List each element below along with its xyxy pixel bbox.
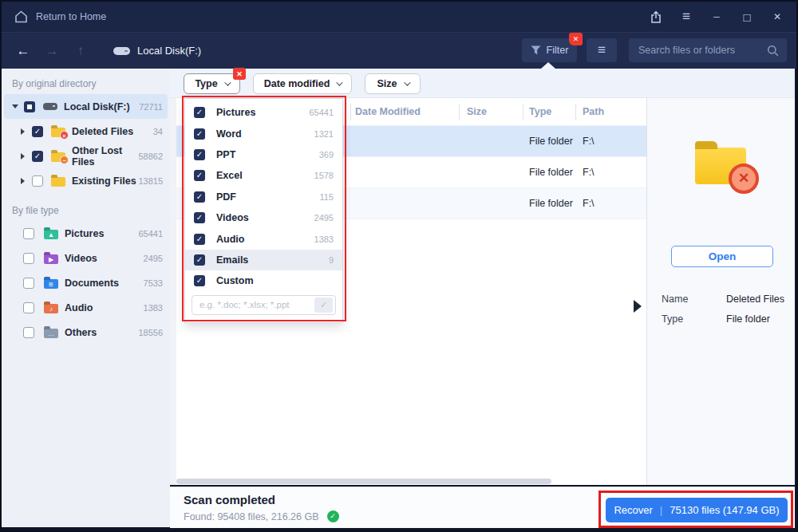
forward-button[interactable]: → xyxy=(40,39,64,63)
status-bar: Scan completed Found: 95408 files, 216.2… xyxy=(170,487,795,528)
dropdown-item-word[interactable]: Word 1321 xyxy=(185,123,342,144)
recover-button[interactable]: Recover | 75130 files (147.94 GB) xyxy=(606,498,788,522)
view-menu-button[interactable] xyxy=(587,38,617,62)
videos-folder-icon xyxy=(44,254,58,264)
search-input[interactable] xyxy=(638,45,767,56)
dropdown-checkbox[interactable] xyxy=(194,170,205,181)
collapse-caret-icon[interactable] xyxy=(21,128,25,135)
close-icon[interactable] xyxy=(771,10,784,23)
item-count: 72711 xyxy=(139,102,163,112)
dropdown-checkbox[interactable] xyxy=(194,128,205,140)
horizontal-scrollbar-thumb[interactable] xyxy=(176,479,551,484)
documents-folder-icon xyxy=(44,279,58,289)
dropdown-item-audio[interactable]: Audio 1383 xyxy=(185,228,342,249)
column-date-modified[interactable]: Date Modified xyxy=(355,106,421,117)
deleted-folder-preview-icon xyxy=(695,148,746,184)
expand-caret-icon[interactable] xyxy=(12,104,18,108)
tree-item-existing-files[interactable]: Existing Files 13815 xyxy=(2,168,170,193)
type-checkbox-documents[interactable] xyxy=(23,278,34,289)
minimize-icon[interactable] xyxy=(710,10,723,23)
chevron-down-icon xyxy=(336,79,342,85)
app-menu-icon[interactable] xyxy=(680,10,693,23)
date-filter-button[interactable]: Date modified xyxy=(253,73,352,94)
dropdown-item-excel[interactable]: Excel 1578 xyxy=(185,165,342,186)
maximize-icon[interactable] xyxy=(741,10,753,23)
details-panel: Open Name Deleted Files Type File folder xyxy=(647,98,795,485)
type-item-documents[interactable]: Documents 7533 xyxy=(2,270,170,295)
funnel-icon xyxy=(531,45,541,56)
dropdown-item-emails[interactable]: Emails 9 xyxy=(185,250,342,270)
type-checkbox-audio[interactable] xyxy=(23,302,34,313)
dropdown-checkbox[interactable] xyxy=(194,191,205,203)
deleted-folder-icon xyxy=(51,128,65,137)
dropdown-item-ppt[interactable]: PPT 369 xyxy=(185,144,342,165)
dropdown-item-videos[interactable]: Videos 2495 xyxy=(185,207,342,228)
others-folder-icon xyxy=(44,329,58,338)
item-count: 65441 xyxy=(138,229,163,238)
tree-checkbox-other-lost-files[interactable] xyxy=(32,151,43,162)
collapse-caret-icon[interactable] xyxy=(21,178,25,184)
column-size[interactable]: Size xyxy=(467,106,487,117)
scan-status-title: Scan completed xyxy=(184,493,275,506)
dropdown-checkbox[interactable] xyxy=(194,275,205,286)
dropdown-checkbox[interactable] xyxy=(194,107,205,118)
pictures-folder-icon xyxy=(44,230,58,239)
dropdown-checkbox[interactable] xyxy=(194,149,205,160)
search-box[interactable] xyxy=(629,38,787,62)
back-button[interactable]: ← xyxy=(11,39,35,63)
delete-badge-icon xyxy=(729,164,759,194)
filter-button[interactable]: Filter xyxy=(522,38,577,62)
filter-popup-caret xyxy=(541,62,555,69)
collapse-caret-icon[interactable] xyxy=(21,153,25,160)
column-path[interactable]: Path xyxy=(583,106,604,117)
up-button[interactable]: ↑ xyxy=(69,39,93,63)
chevron-down-icon xyxy=(404,79,410,85)
title-bar: Return to Home xyxy=(2,2,796,32)
sidebar-scrollbar-track[interactable] xyxy=(170,98,176,485)
dropdown-checkbox[interactable] xyxy=(194,212,205,223)
type-item-audio[interactable]: Audio 1383 xyxy=(2,295,170,320)
dropdown-item-custom[interactable]: Custom xyxy=(185,270,342,291)
share-icon[interactable] xyxy=(650,10,662,23)
size-filter-button[interactable]: Size xyxy=(365,73,421,94)
location-breadcrumb[interactable]: Local Disk(F:) xyxy=(113,45,201,57)
dropdown-item-pictures[interactable]: Pictures 65441 xyxy=(185,102,342,123)
item-count: 1383 xyxy=(144,303,163,313)
folder-icon xyxy=(51,177,65,187)
type-item-videos[interactable]: Videos 2495 xyxy=(2,246,170,270)
recover-divider: | xyxy=(660,504,662,516)
type-item-others[interactable]: Others 18556 xyxy=(2,320,170,345)
dropdown-item-pdf[interactable]: PDF 115 xyxy=(185,187,342,207)
type-filter-clear-badge[interactable] xyxy=(233,68,246,80)
filter-clear-badge[interactable] xyxy=(569,33,583,45)
horizontal-scrollbar-track[interactable] xyxy=(176,478,644,486)
search-icon xyxy=(767,45,779,57)
custom-apply-button[interactable] xyxy=(314,298,333,313)
dropdown-checkbox[interactable] xyxy=(194,254,205,266)
type-checkbox-pictures[interactable] xyxy=(23,228,34,239)
type-checkbox-others[interactable] xyxy=(23,327,34,338)
type-checkbox-videos[interactable] xyxy=(23,253,34,264)
tree-checkbox-deleted-files[interactable] xyxy=(32,126,43,137)
sidebar: By original directory Local Disk(F:) 727… xyxy=(2,69,170,527)
panel-collapse-arrow[interactable] xyxy=(634,300,642,313)
tree-item-local-disk[interactable]: Local Disk(F:) 72711 xyxy=(4,94,168,119)
audio-folder-icon xyxy=(44,304,58,313)
lost-folder-icon xyxy=(51,152,65,162)
open-button[interactable]: Open xyxy=(671,246,773,267)
sidebar-section-directory: By original directory xyxy=(2,75,170,94)
column-type[interactable]: Type xyxy=(529,106,551,117)
tree-item-other-lost-files[interactable]: Other Lost Files 58862 xyxy=(2,144,170,168)
type-filter-button[interactable]: Type xyxy=(184,73,240,94)
tree-item-deleted-files[interactable]: Deleted Files 34 xyxy=(2,119,170,144)
return-home-button[interactable]: Return to Home xyxy=(14,10,106,23)
home-icon xyxy=(14,10,28,23)
tree-checkbox-existing-files[interactable] xyxy=(32,175,43,187)
detail-type-row: Type File folder xyxy=(662,313,787,325)
type-filter-dropdown: Pictures 65441 Word 1321 PPT 369 Excel 1… xyxy=(184,98,343,323)
tree-checkbox-local-disk[interactable] xyxy=(24,101,35,112)
type-item-pictures[interactable]: Pictures 65441 xyxy=(2,221,170,246)
dropdown-checkbox[interactable] xyxy=(194,234,205,245)
drive-icon xyxy=(113,47,130,55)
drive-icon xyxy=(43,103,57,110)
